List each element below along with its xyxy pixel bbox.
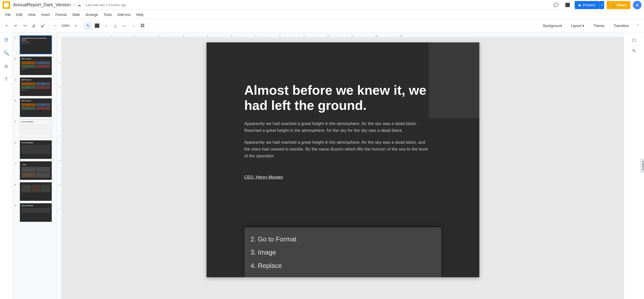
arrow-tool-button[interactable]: → xyxy=(129,22,137,30)
select-tool-button[interactable]: ↖ xyxy=(84,22,92,30)
present-dropdown-button[interactable]: ▾ xyxy=(599,1,604,9)
paint-format-button[interactable]: 🖌 xyxy=(39,22,47,30)
menu-edit[interactable]: Edit xyxy=(14,12,25,18)
ruler-left: 1 2 3 4 5 6 7 xyxy=(57,37,62,299)
menu-help[interactable]: Help xyxy=(134,12,146,18)
right-panel-tab[interactable]: Explore xyxy=(640,159,644,172)
slide-item[interactable]: 5 Financial Highlights xyxy=(13,118,56,139)
toolbar: + ↩ ↪ 🖨 🖌 − 100% + ↖ ⬛ ○ △ — → 🖼 Backgro… xyxy=(0,19,644,32)
right-panel-icon-1[interactable]: ◻ xyxy=(630,35,639,44)
slides-panel-icon[interactable]: ☰ xyxy=(2,35,11,44)
text-icon[interactable]: T xyxy=(2,75,11,84)
slideshow-icon: ▶ xyxy=(579,3,581,7)
slide-item[interactable]: 2 SWOT Overview S W O T Description text xyxy=(13,55,56,76)
popup-overlay: 2. Go to Format 3. Image 4. Replace xyxy=(207,209,479,277)
menu-slide[interactable]: Slide xyxy=(70,12,82,18)
line-tool-button[interactable]: — xyxy=(120,22,128,30)
slide-thumbnail: Sales & Distribution xyxy=(20,203,52,222)
slide-thumbnail: SWOT Overview S W O T xyxy=(20,98,52,117)
frame-button[interactable]: ⬛ xyxy=(563,1,572,9)
popup-item-image[interactable]: 3. Image xyxy=(251,246,435,259)
main-area: ☰ 🔍 ◎ T 1 Almost before we knew it, we h… xyxy=(0,32,644,299)
doc-title-area: AnnualReport_Dark_Version ☆ ☁ Last edit … xyxy=(13,2,550,8)
slide-thumbnail: SWOT Overview S W O T Description text xyxy=(20,77,52,96)
lock-icon: 🔒 xyxy=(611,3,615,7)
redo-button[interactable]: ↪ xyxy=(21,22,29,30)
slide-main-title[interactable]: Almost before we knew it, we had left th… xyxy=(244,83,429,113)
doc-icons: ☆ ☁ xyxy=(72,3,81,7)
slide-thumbnail xyxy=(20,182,52,201)
ruler-marks-top: 1 2 3 4 5 6 7 8 9 10 11 12 13 xyxy=(98,32,413,37)
menu-tools[interactable]: Tools xyxy=(101,12,114,18)
right-panel-icon-2[interactable]: ✎ xyxy=(630,46,639,56)
menu-addons[interactable]: Add-ons xyxy=(115,12,133,18)
toolbar-separator-2 xyxy=(82,23,82,29)
share-button[interactable]: 🔒 Share xyxy=(607,1,630,9)
menu-arrange[interactable]: Arrange xyxy=(83,12,101,18)
slide-thumbnail: Almost before we knew it, we had left th… xyxy=(20,35,52,54)
canvas-scroll[interactable]: Almost before we knew it, we had left th… xyxy=(62,37,624,299)
popup-item-format[interactable]: 2. Go to Format xyxy=(251,233,435,246)
present-button[interactable]: ▶ Present xyxy=(575,1,599,9)
document-title: AnnualReport_Dark_Version xyxy=(13,2,71,8)
background-button[interactable]: Background xyxy=(540,22,566,30)
slide-item[interactable]: 1 Almost before we knew it, we had left … xyxy=(13,34,56,55)
new-slide-button[interactable]: + xyxy=(3,22,11,30)
user-avatar[interactable]: A xyxy=(633,1,641,9)
slide-item[interactable]: 8 xyxy=(13,181,56,202)
slide-thumbnail: SWOT Overview S W O T Description text xyxy=(20,56,52,75)
ellipse-tool-button[interactable]: ○ xyxy=(102,22,110,30)
slide-item[interactable]: 7 Team xyxy=(13,160,56,181)
comment-button[interactable]: 💬 xyxy=(551,1,561,9)
slide-thumbnail: Team xyxy=(20,161,52,180)
shapes-icon[interactable]: ◎ xyxy=(2,62,11,71)
left-icons-panel: ☰ 🔍 ◎ T xyxy=(0,32,13,299)
slide-item[interactable]: 9 Sales & Distribution xyxy=(13,202,56,223)
slide-body-text-2[interactable]: Apparently we had reached a great height… xyxy=(244,139,429,160)
zoom-in-button[interactable]: + xyxy=(72,22,80,30)
image-button[interactable]: 🖼 xyxy=(138,22,147,30)
search-icon[interactable]: 🔍 xyxy=(2,48,11,58)
ruler-top: 1 2 3 4 5 6 7 8 9 10 11 12 13 xyxy=(57,32,624,37)
title-bar: AnnualReport_Dark_Version ☆ ☁ Last edit … xyxy=(0,0,644,10)
app-icon[interactable] xyxy=(3,1,10,9)
shape-tool-button[interactable]: △ xyxy=(111,22,119,30)
slide-item[interactable]: 4 SWOT Overview S W O T xyxy=(13,97,56,118)
print-button[interactable]: 🖨 xyxy=(30,22,38,30)
rectangle-tool-button[interactable]: ⬛ xyxy=(93,22,101,30)
toolbar-separator-3 xyxy=(149,23,149,29)
right-panel: ◻ ✎ Explore xyxy=(624,32,644,299)
last-edit-text: Last edit was 2 minutes ago xyxy=(86,3,126,7)
menu-bar: File Edit View Insert Format Slide Arran… xyxy=(0,10,644,19)
canvas-area: 1 2 3 4 5 6 7 8 9 10 11 12 13 1 2 3 4 xyxy=(57,32,624,299)
menu-format[interactable]: Format xyxy=(53,12,69,18)
slide-item[interactable]: 3 SWOT Overview S W O T Description text xyxy=(13,76,56,97)
menu-file[interactable]: File xyxy=(3,12,13,18)
slide-thumbnail: Financial Highlights xyxy=(20,140,52,159)
theme-button[interactable]: Theme xyxy=(590,22,608,30)
slide-item[interactable]: 6 Financial Highlights xyxy=(13,139,56,160)
undo-button[interactable]: ↩ xyxy=(12,22,20,30)
header-right: 💬 ⬛ ▶ Present ▾ 🔒 Share A xyxy=(551,1,641,9)
menu-insert[interactable]: Insert xyxy=(39,12,52,18)
toolbar-right: Background Layout ▾ Theme Transition ⌃ xyxy=(540,22,641,30)
popup-item-replace[interactable]: 4. Replace xyxy=(251,259,435,272)
slide-decoration xyxy=(429,42,479,118)
zoom-out-button[interactable]: − xyxy=(51,22,59,30)
star-icon[interactable]: ☆ xyxy=(72,3,76,7)
toolbar-separator-1 xyxy=(49,23,49,29)
layout-button[interactable]: Layout ▾ xyxy=(568,22,588,30)
slides-panel: 1 Almost before we knew it, we had left … xyxy=(13,32,57,299)
slide-body-text-1[interactable]: Apparently we had reached a great height… xyxy=(244,120,429,134)
canvas-with-ruler: 1 2 3 4 5 6 7 Almost before we knew it, … xyxy=(57,37,624,299)
slide-thumbnail: Financial Highlights xyxy=(20,119,52,138)
collapse-toolbar-button[interactable]: ⌃ xyxy=(634,22,641,29)
ceo-link[interactable]: CEO, Henry Morgen xyxy=(244,175,283,180)
slide-canvas[interactable]: Almost before we knew it, we had left th… xyxy=(207,42,479,277)
cloud-icon[interactable]: ☁ xyxy=(77,3,81,7)
zoom-level: 100% xyxy=(60,24,71,28)
transition-button[interactable]: Transition xyxy=(610,22,632,30)
popup-menu[interactable]: 2. Go to Format 3. Image 4. Replace xyxy=(245,228,441,277)
menu-view[interactable]: View xyxy=(25,12,38,18)
